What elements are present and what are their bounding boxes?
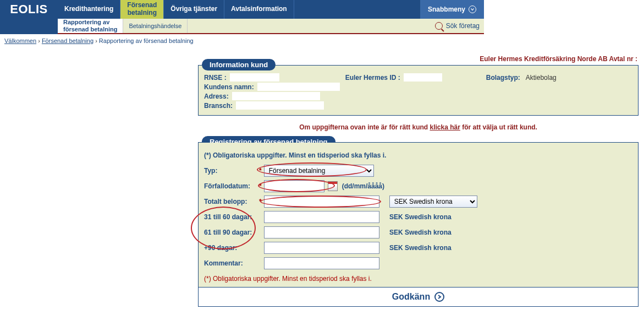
- label-adress: Adress:: [204, 93, 229, 100]
- label-typ: Typ:: [204, 167, 259, 175]
- nav-tab-avtalsinformation[interactable]: Avtalsinformation: [224, 0, 294, 19]
- select-currency[interactable]: SEK Swedish krona: [389, 196, 477, 208]
- value-rnse: [230, 73, 279, 82]
- nav-tab-label: Kredithantering: [64, 6, 113, 13]
- search-company[interactable]: Sök företag: [431, 19, 484, 33]
- value-kundnamn: [257, 83, 340, 91]
- quick-menu[interactable]: Snabbmeny: [420, 0, 484, 19]
- nav-tab-label-line2: betalning: [127, 9, 157, 17]
- label-90plus: +90 dagar:: [204, 244, 259, 252]
- chevron-down-icon: [469, 6, 476, 13]
- select-typ[interactable]: Försenad betalning: [264, 165, 374, 177]
- label-bolagstyp: Bolagstyp:: [486, 74, 520, 82]
- helper-line: Om uppgifterna ovan inte är för rätt kun…: [198, 123, 639, 131]
- label-ehid: Euler Hermes ID :: [345, 74, 400, 82]
- subtab-rapportering[interactable]: Rapportering av försenad betalning: [58, 19, 123, 33]
- submit-label: Godkänn: [392, 292, 430, 302]
- value-bransch: [236, 101, 324, 110]
- helper-text-1: Om uppgifterna ovan inte är för rätt kun…: [299, 123, 430, 131]
- label-bransch: Bransch:: [204, 102, 233, 110]
- label-kundnamn: Kundens namn:: [204, 83, 254, 91]
- breadcrumb-welcome[interactable]: Välkommen: [4, 37, 36, 44]
- nav-tab-label-line1: Försenad: [127, 2, 157, 9]
- currency-static: SEK Swedish krona: [389, 213, 452, 221]
- nav-tab-kredithantering[interactable]: Kredithantering: [58, 0, 120, 19]
- subtab-label: Betalningshändelse: [129, 23, 181, 30]
- side-gap: [0, 19, 58, 34]
- asterisk-icon: *: [259, 182, 262, 190]
- label-61-90: 61 till 90 dagar:: [204, 229, 259, 236]
- mandatory-note: (*) Obligatoriska uppgifter. Minst en ti…: [204, 151, 632, 159]
- breadcrumb-forsenad[interactable]: Försenad betalning: [42, 37, 93, 44]
- label-rnse: RNSE :: [204, 74, 227, 82]
- panel-information-kund: Information kund RNSE : Euler Hermes ID …: [198, 65, 639, 116]
- subtab-label-line1: Rapportering av: [63, 19, 117, 26]
- input-totalt-belopp[interactable]: [264, 196, 379, 208]
- label-forfallodatum: Förfallodatum:: [204, 182, 259, 190]
- search-icon: [435, 22, 443, 30]
- input-kommentar[interactable]: [264, 257, 379, 269]
- search-company-label: Sök företag: [446, 22, 480, 30]
- nav-tab-ovriga-tjanster[interactable]: Övriga tjänster: [164, 0, 224, 19]
- input-61-90[interactable]: [264, 226, 379, 238]
- helper-link[interactable]: klicka här: [430, 123, 460, 131]
- helper-text-2: för att välja ut rätt kund.: [460, 123, 537, 131]
- asterisk-icon: *: [259, 198, 262, 205]
- subtab-betalningshandelse[interactable]: Betalningshändelse: [123, 19, 188, 33]
- input-forfallodatum[interactable]: [264, 180, 324, 192]
- quick-menu-label: Snabbmeny: [428, 6, 465, 13]
- nav-tab-forsenad-betalning[interactable]: Försenad betalning: [120, 0, 164, 19]
- nav-tab-label: Övriga tjänster: [170, 6, 217, 13]
- mandatory-footnote: (*) Obligatoriska uppgifter. Minst en ti…: [204, 275, 632, 283]
- input-31-60[interactable]: [264, 211, 379, 223]
- panel-registrering: Registrering av försenad betalning (*) O…: [198, 142, 639, 307]
- currency-static: SEK Swedish krona: [389, 244, 452, 252]
- label-31-60: 31 till 60 dagar:: [204, 213, 259, 221]
- submit-button[interactable]: Godkänn: [199, 287, 638, 306]
- subtab-label-line2: försenad betalning: [63, 26, 117, 33]
- calendar-icon[interactable]: [328, 181, 338, 191]
- label-totalt-belopp: Totalt belopp:: [204, 198, 259, 205]
- label-kommentar: Kommentar:: [204, 259, 259, 267]
- value-adress: [232, 92, 320, 100]
- value-bolagstyp: Aktiebolag: [526, 74, 557, 82]
- nav-tab-label: Avtalsinformation: [231, 6, 287, 13]
- value-ehid: [404, 73, 442, 82]
- asterisk-icon: *: [259, 167, 262, 175]
- currency-static: SEK Swedish krona: [389, 229, 452, 236]
- date-hint: (dd/mm/åååå): [342, 182, 384, 190]
- breadcrumb: Välkommen › Försenad betalning › Rapport…: [0, 34, 644, 47]
- panel-title: Information kund: [202, 59, 276, 70]
- arrow-right-icon: [434, 292, 444, 302]
- breadcrumb-current: Rapportering av försenad betalning: [99, 37, 194, 44]
- input-90plus[interactable]: [264, 242, 379, 254]
- brand-logo: EOLIS: [0, 0, 58, 19]
